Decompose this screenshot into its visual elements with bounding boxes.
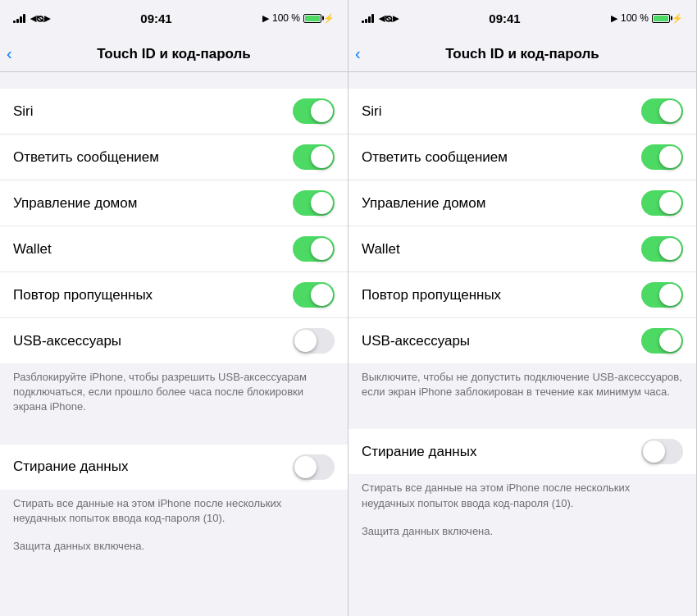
data-protection-text: Защита данных включена. [0,539,348,567]
label-reply: Ответить сообщением [13,149,159,166]
settings-row-reply: Ответить сообщением [0,135,348,180]
toggle-knob [659,330,681,352]
erase-footer-text: Стирать все данные на этом iPhone после … [348,474,696,523]
settings-row-home: Управление домом [0,180,348,226]
battery-icon: ⚡ [303,13,335,24]
battery-percent: 100 % [621,12,649,24]
usb-footer-text: Выключите, чтобы не допустить подключени… [348,363,696,413]
toggle-knob [311,284,333,306]
label-home: Управление домом [13,195,137,212]
toggle-knob [659,238,681,260]
toggle-erase[interactable] [293,454,335,480]
label-reply: Ответить сообщением [362,149,508,166]
toggle-knob [294,456,317,478]
toggle-knob [643,440,665,463]
wifi-icon: ◂ᴓ▸ [379,11,399,25]
toggle-home[interactable] [293,190,335,216]
erase-settings-group: Стирание данных [348,429,696,474]
settings-row-home: Управление домом [348,180,696,226]
settings-row-siri: Siri [0,89,348,135]
toggle-knob [659,284,681,306]
toggle-knob [311,192,333,214]
toggle-reply[interactable] [641,144,683,170]
toggle-knob [311,238,333,260]
data-protection-text: Защита данных включена. [348,524,696,552]
page-title: Touch ID и код-пароль [445,46,599,62]
label-missed: Повтор пропущенных [362,287,501,303]
label-wallet: Wallet [362,241,400,258]
settings-row-erase: Стирание данных [0,445,348,490]
erase-footer-text: Стирать все данные на этом iPhone после … [0,490,348,539]
settings-row-missed: Повтор пропущенных [0,272,348,318]
settings-row-wallet: Wallet [348,226,696,272]
toggle-knob [294,330,317,352]
back-button[interactable]: ‹ [355,44,361,63]
battery-icon: ⚡ [652,13,683,24]
nav-bar: ‹ Touch ID и код-пароль [0,36,348,72]
settings-content: SiriОтветить сообщениемУправление домомW… [0,72,348,616]
signal-icon [362,13,374,23]
settings-content: SiriОтветить сообщениемУправление домомW… [348,72,696,616]
status-left: ◂ᴓ▸ [362,11,399,25]
status-time: 09:41 [140,11,171,25]
settings-row-usb: USB-аксессуары [348,318,696,363]
toggle-knob [311,100,333,122]
toggle-usb[interactable] [641,328,683,354]
toggle-home[interactable] [641,190,683,216]
erase-settings-group: Стирание данных [0,445,348,490]
label-erase: Стирание данных [362,444,476,460]
toggle-knob [311,146,333,168]
battery-percent: 100 % [272,12,300,24]
label-siri: Siri [362,103,382,120]
back-chevron-icon: ‹ [7,44,12,63]
label-siri: Siri [13,103,34,120]
toggle-missed[interactable] [641,282,683,308]
wifi-icon: ◂ᴓ▸ [30,11,50,25]
label-usb: USB-аксессуары [13,333,121,349]
settings-row-wallet: Wallet [0,226,348,272]
page-title: Touch ID и код-пароль [97,46,251,62]
signal-icon [13,13,25,23]
toggle-reply[interactable] [293,144,335,170]
label-usb: USB-аксессуары [362,333,470,349]
toggle-missed[interactable] [293,282,335,308]
label-erase: Стирание данных [13,459,128,475]
toggle-siri[interactable] [293,98,335,124]
settings-row-siri: Siri [348,89,696,135]
status-time: 09:41 [489,11,520,25]
phone-panel-left: ◂ᴓ▸ 09:41 ▶ 100 % ⚡ ‹ Touch ID и код-пар… [0,0,348,616]
status-bar: ◂ᴓ▸ 09:41 ▶ 100 % ⚡ [348,0,696,36]
status-right: ▶ 100 % ⚡ [262,12,335,24]
usb-footer-text: Разблокируйте iPhone, чтобы разрешить US… [0,363,348,428]
settings-row-erase: Стирание данных [348,429,696,474]
settings-row-reply: Ответить сообщением [348,135,696,180]
toggle-knob [659,192,681,214]
label-wallet: Wallet [13,241,52,258]
charging-icon: ⚡ [323,13,335,24]
toggle-erase[interactable] [641,439,683,464]
status-bar: ◂ᴓ▸ 09:41 ▶ 100 % ⚡ [0,0,348,36]
status-right: ▶ 100 % ⚡ [611,12,683,24]
location-icon: ▶ [262,13,269,24]
toggle-siri[interactable] [641,98,683,124]
toggle-knob [659,100,681,122]
settings-row-usb: USB-аксессуары [0,318,348,363]
settings-row-missed: Повтор пропущенных [348,272,696,318]
toggle-wallet[interactable] [641,236,683,262]
nav-bar: ‹ Touch ID и код-пароль [348,36,696,72]
back-chevron-icon: ‹ [355,44,361,63]
status-left: ◂ᴓ▸ [13,11,50,25]
phone-panel-right: ◂ᴓ▸ 09:41 ▶ 100 % ⚡ ‹ Touch ID и код-пар… [348,0,697,616]
location-icon: ▶ [611,13,617,24]
label-missed: Повтор пропущенных [13,287,153,303]
charging-icon: ⚡ [672,13,683,24]
toggle-knob [659,146,681,168]
touch-id-settings-group: SiriОтветить сообщениемУправление домомW… [348,89,696,363]
back-button[interactable]: ‹ [7,44,12,63]
touch-id-settings-group: SiriОтветить сообщениемУправление домомW… [0,89,348,363]
toggle-usb[interactable] [293,328,335,354]
label-home: Управление домом [362,195,485,212]
toggle-wallet[interactable] [293,236,335,262]
